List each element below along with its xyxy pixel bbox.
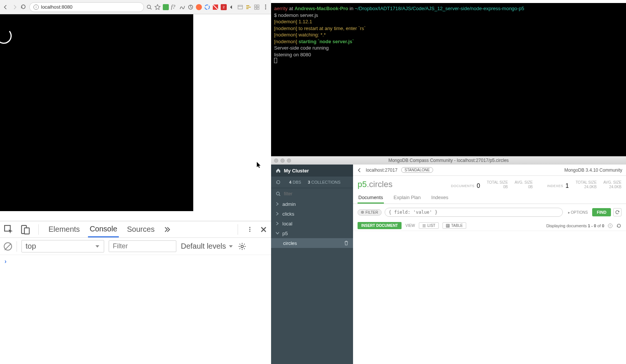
console-body[interactable]: ›: [0, 255, 271, 268]
console-filter-input[interactable]: [109, 240, 176, 252]
terminal-line: aerrity at Andrews-MacBook-Pro in ~/Drop…: [274, 5, 543, 12]
stat-value: 0: [477, 183, 480, 189]
inspect-icon[interactable]: [4, 225, 14, 234]
db-name: p5: [282, 231, 288, 236]
db-item[interactable]: admin: [271, 199, 353, 209]
console-prompt-icon: ›: [5, 258, 6, 264]
back-icon[interactable]: [357, 168, 362, 173]
p5-canvas[interactable]: [0, 14, 193, 211]
mode-pill: STANDALONE: [401, 167, 433, 173]
find-button[interactable]: FIND: [592, 208, 611, 216]
refresh-icon[interactable]: [616, 223, 621, 228]
clear-console-icon[interactable]: [4, 242, 12, 251]
tab-documents[interactable]: Documents: [358, 192, 384, 204]
sidebar-stats: 4 DBS 3 COLLECTIONS: [271, 177, 353, 188]
compass-main: localhost:27017 STANDALONE MongoDB 3.4.1…: [353, 165, 626, 364]
action-bar: INSERT DOCUMENT VIEW LIST TABLE Displayi…: [353, 221, 626, 231]
window-title: MongoDB Compass Community - localhost:27…: [271, 158, 626, 163]
chevron-right-icon: [276, 202, 279, 206]
device-toggle-icon[interactable]: [20, 225, 30, 234]
toolbar-icons: f? 2: [146, 4, 260, 10]
devtools-tabs: Elements Console Sources: [0, 221, 271, 238]
chevron-down-icon: [228, 244, 233, 249]
ext-icon-4[interactable]: [188, 4, 194, 10]
svg-rect-8: [255, 8, 256, 9]
db-item[interactable]: local: [271, 219, 353, 228]
ext-icon-3[interactable]: [179, 4, 185, 10]
browser-menu[interactable]: [262, 4, 269, 11]
more-tabs-icon[interactable]: [163, 226, 170, 233]
stat-label: TOTAL SIZE: [576, 180, 597, 185]
url-text: localhost:8080: [41, 4, 73, 10]
collection-item[interactable]: circles: [271, 238, 353, 248]
reload-button[interactable]: [20, 4, 27, 11]
cluster-header[interactable]: My Cluster: [271, 165, 353, 177]
sidebar-search: [271, 188, 353, 199]
host-label: localhost:27017: [366, 168, 397, 173]
back-button[interactable]: [2, 4, 9, 11]
ext-icon-1[interactable]: [163, 4, 169, 10]
url-bar[interactable]: i localhost:8080: [29, 2, 144, 12]
gear-icon[interactable]: [238, 242, 246, 251]
info-icon[interactable]: i: [608, 224, 612, 228]
db-item-expanded[interactable]: p5: [271, 228, 353, 238]
list-icon: [422, 224, 426, 228]
ext-icon-6[interactable]: [204, 4, 210, 10]
compass-topbar: localhost:27017 STANDALONE MongoDB 3.4.1…: [353, 165, 626, 176]
tab-sources[interactable]: Sources: [126, 222, 156, 237]
list-view-button[interactable]: LIST: [419, 222, 439, 229]
query-filterbar: FILTER ▸ OPTIONS FIND: [353, 204, 626, 221]
db-item[interactable]: clicks: [271, 209, 353, 219]
close-devtools-icon[interactable]: [260, 226, 267, 233]
ext-icon-9[interactable]: [229, 4, 235, 10]
insert-document-button[interactable]: INSERT DOCUMENT: [358, 222, 402, 229]
forward-button[interactable]: [11, 4, 18, 11]
ext-icon-12[interactable]: [254, 4, 260, 10]
browser-window: i localhost:8080 f? 2: [0, 0, 271, 221]
home-icon: [276, 168, 281, 173]
namespace-name: p5.circles: [358, 180, 393, 189]
table-view-button[interactable]: TABLE: [443, 222, 466, 229]
zoom-icon[interactable]: [146, 4, 152, 10]
ext-icon-10[interactable]: [237, 4, 243, 10]
sidebar-filter-input[interactable]: [284, 191, 349, 196]
canvas-arc-shape: [0, 29, 13, 44]
trash-icon[interactable]: [344, 241, 349, 245]
devtools-menu[interactable]: [246, 226, 253, 233]
star-icon[interactable]: [155, 4, 161, 10]
ext-icon-11[interactable]: [246, 4, 252, 10]
filter-input[interactable]: [385, 208, 563, 217]
ext-icon-2[interactable]: f?: [171, 4, 177, 10]
refresh-icon[interactable]: [276, 180, 281, 185]
stat-value: 1: [565, 183, 569, 189]
chevron-down-icon: [276, 231, 279, 235]
reset-button[interactable]: [613, 208, 621, 216]
compass-body: My Cluster 4 DBS 3 COLLECTIONS admin cli…: [271, 165, 626, 364]
ext-icon-5[interactable]: [196, 4, 202, 10]
log-levels[interactable]: Default levels: [181, 242, 233, 251]
compass-window: MongoDB Compass Community - localhost:27…: [271, 156, 626, 364]
chevron-right-icon: [276, 212, 279, 216]
site-info-icon[interactable]: i: [33, 5, 39, 10]
svg-point-2: [204, 4, 210, 10]
stat-label: DOCUMENTS: [451, 184, 474, 188]
ext-icon-8[interactable]: 2: [221, 4, 227, 10]
terminal-window[interactable]: aerrity at Andrews-MacBook-Pro in ~/Drop…: [271, 3, 546, 156]
tab-explain[interactable]: Explain Plan: [393, 192, 421, 204]
cluster-name: My Cluster: [284, 168, 309, 174]
svg-rect-9: [257, 8, 259, 9]
ext-icon-7[interactable]: [212, 4, 218, 10]
compass-sidebar: My Cluster 4 DBS 3 COLLECTIONS admin cli…: [271, 165, 353, 364]
stat-value: 0B: [528, 185, 533, 189]
compass-titlebar[interactable]: MongoDB Compass Community - localhost:27…: [271, 156, 626, 165]
tab-indexes[interactable]: Indexes: [430, 192, 449, 204]
chevron-right-icon: [276, 222, 279, 225]
options-toggle[interactable]: ▸ OPTIONS: [566, 209, 590, 216]
tab-elements[interactable]: Elements: [47, 222, 81, 237]
devtools-panel: Elements Console Sources top Default lev…: [0, 221, 271, 364]
tab-console[interactable]: Console: [88, 222, 118, 237]
context-selector[interactable]: top: [21, 240, 104, 252]
view-label: VIEW: [405, 224, 415, 228]
mouse-cursor-icon: [257, 162, 261, 168]
stat-label: INDEXES: [547, 184, 563, 188]
